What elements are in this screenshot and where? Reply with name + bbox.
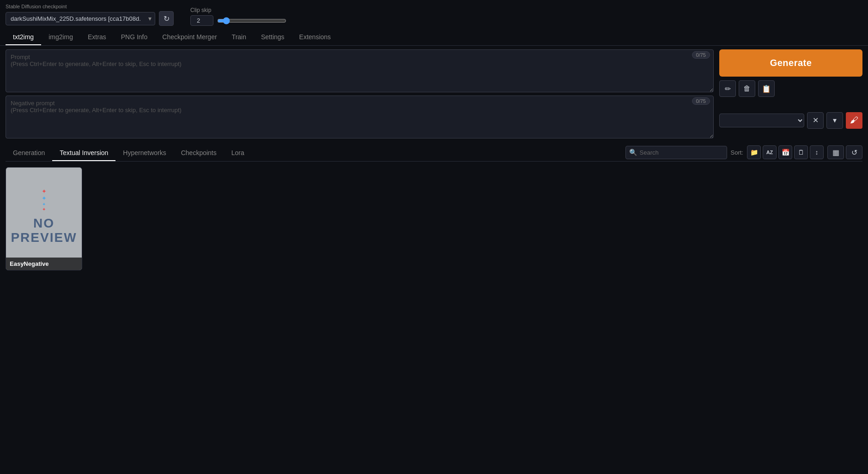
cards-area: ✦ ✦ ✦ ✦ NOPREVIEW EasyNegative: [0, 162, 868, 438]
prompts-section: 0/75 0/75: [6, 49, 714, 140]
calendar-icon: 📅: [782, 149, 789, 156]
top-section: Stable Diffusion checkpoint darkSushiMix…: [6, 4, 862, 30]
checkpoint-select[interactable]: darkSushiMixMix_225D.safetensors [cca17b…: [6, 12, 155, 25]
trash-icon: 🗑: [743, 84, 751, 93]
trash-button[interactable]: 🗑: [739, 80, 755, 97]
style-apply-button[interactable]: 🖌: [846, 112, 862, 129]
star-bl: ✦: [42, 202, 46, 207]
chevron-down-icon: ▾: [833, 116, 837, 125]
grid-icon: ▦: [832, 148, 839, 157]
card-image: ✦ ✦ ✦ ✦ NOPREVIEW: [6, 168, 82, 270]
star-tr: ✦: [42, 195, 47, 202]
refresh-cards-icon: ↺: [851, 148, 857, 157]
close-icon: ✕: [813, 116, 819, 125]
sub-tabs-right: 🔍 Sort: 📁 AZ 📅 🗒 ↕: [625, 145, 862, 161]
star-tl: ✦: [42, 188, 47, 195]
right-sidebar: Generate ✏ 🗑 📋 ✕ ▾ 🖌: [719, 49, 862, 140]
view-grid-button[interactable]: ▦: [827, 145, 844, 159]
checkpoint-row: darkSushiMixMix_225D.safetensors [cca17b…: [6, 11, 174, 26]
search-icon: 🔍: [629, 149, 637, 156]
tab-extras[interactable]: Extras: [80, 30, 114, 45]
prompt-wrapper: 0/75: [6, 49, 714, 94]
subtab-textual-inversion[interactable]: Textual Inversion: [52, 145, 115, 161]
checkpoint-select-wrapper: darkSushiMixMix_225D.safetensors [cca17b…: [6, 12, 155, 25]
clip-skip-value[interactable]: [190, 15, 213, 26]
tab-extensions[interactable]: Extensions: [292, 30, 338, 45]
subtab-generation[interactable]: Generation: [6, 145, 52, 161]
sort-folder-button[interactable]: 📁: [747, 145, 761, 159]
top-area: Stable Diffusion checkpoint darkSushiMix…: [0, 0, 868, 30]
checkpoint-label: Stable Diffusion checkpoint: [6, 4, 174, 9]
no-preview-text: NOPREVIEW: [6, 212, 81, 250]
generate-button[interactable]: Generate: [719, 49, 862, 77]
az-icon: AZ: [766, 150, 773, 155]
prompt-counter: 0/75: [692, 51, 710, 59]
tab-settings[interactable]: Settings: [254, 30, 292, 45]
clip-skip-controls: [190, 15, 286, 26]
subtab-lora[interactable]: Lora: [224, 145, 252, 161]
view-refresh-button[interactable]: ↺: [846, 145, 862, 159]
negative-prompt-wrapper: 0/75: [6, 96, 714, 140]
checkpoint-refresh-button[interactable]: ↻: [159, 11, 174, 26]
style-select-wrapper: ✕ ▾ 🖌: [719, 101, 862, 140]
tab-png-info[interactable]: PNG Info: [114, 30, 155, 45]
tab-txt2img[interactable]: txt2img: [6, 30, 41, 45]
negative-prompt-counter: 0/75: [692, 97, 710, 105]
action-buttons-row: ✏ 🗑 📋: [719, 80, 862, 97]
pencil-icon: ✏: [725, 84, 731, 93]
clipboard-icon: 📋: [762, 84, 771, 93]
folder-icon: 📁: [750, 149, 758, 156]
sort-date-button[interactable]: 📅: [778, 145, 792, 159]
tab-img2img[interactable]: img2img: [41, 30, 80, 45]
star-br: ✦: [42, 207, 46, 212]
notes-icon: 🗒: [798, 149, 804, 156]
sub-tabs-bar: Generation Textual Inversion Hypernetwor…: [6, 145, 862, 162]
list-item[interactable]: ✦ ✦ ✦ ✦ NOPREVIEW EasyNegative: [6, 167, 82, 270]
main-tabs: txt2img img2img Extras PNG Info Checkpoi…: [0, 30, 868, 46]
search-input[interactable]: [625, 146, 727, 159]
clip-skip-slider[interactable]: [217, 17, 286, 24]
style-clear-button[interactable]: ✕: [807, 112, 824, 129]
style-dropdown-button[interactable]: ▾: [826, 112, 843, 129]
tab-checkpoint-merger[interactable]: Checkpoint Merger: [155, 30, 224, 45]
cards-grid: ✦ ✦ ✦ ✦ NOPREVIEW EasyNegative: [6, 167, 862, 270]
search-wrapper: 🔍: [625, 146, 727, 159]
sub-tabs-section: Generation Textual Inversion Hypernetwor…: [0, 144, 868, 162]
subtab-hypernetworks[interactable]: Hypernetworks: [115, 145, 173, 161]
prompt-textarea[interactable]: [6, 49, 714, 92]
sort-az-button[interactable]: AZ: [763, 145, 777, 159]
clip-skip-label: Clip skip: [190, 7, 286, 13]
tab-train[interactable]: Train: [225, 30, 254, 45]
paintbrush-icon: 🖌: [850, 115, 858, 125]
sort-order-icon: ↕: [815, 149, 819, 156]
content-area: 0/75 0/75 Generate ✏ 🗑 📋 ✕: [0, 46, 868, 144]
pencil-button[interactable]: ✏: [719, 80, 736, 97]
sort-buttons: 📁 AZ 📅 🗒 ↕: [747, 145, 824, 159]
card-label: EasyNegative: [6, 258, 82, 270]
subtab-checkpoints[interactable]: Checkpoints: [174, 145, 224, 161]
clip-skip-section: Clip skip: [190, 7, 286, 26]
sort-label: Sort:: [731, 149, 743, 156]
view-buttons: ▦ ↺: [827, 145, 862, 159]
negative-prompt-textarea[interactable]: [6, 96, 714, 138]
checkpoint-block: Stable Diffusion checkpoint darkSushiMix…: [6, 4, 174, 26]
sort-order-button[interactable]: ↕: [810, 145, 824, 159]
clipboard-button[interactable]: 📋: [758, 80, 775, 97]
sort-modified-button[interactable]: 🗒: [794, 145, 808, 159]
refresh-icon: ↻: [164, 14, 170, 23]
style-select[interactable]: [719, 114, 804, 127]
